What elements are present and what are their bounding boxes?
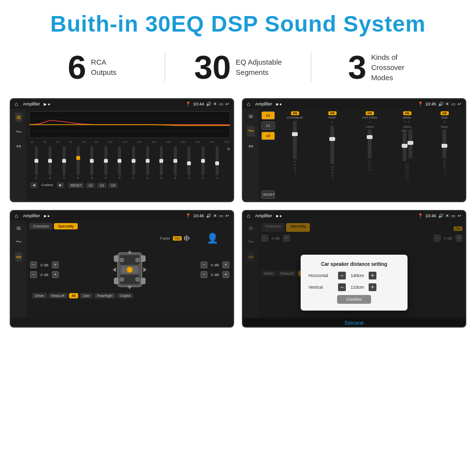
close-icon-1[interactable]: ✕ (213, 102, 217, 106)
zone-user[interactable]: User (80, 293, 93, 298)
db-minus-br[interactable]: − (201, 271, 207, 278)
amp-reset-btn[interactable]: RESET (261, 191, 275, 199)
db-minus-tr[interactable]: − (201, 261, 207, 268)
stat-number-30: 30 (194, 51, 231, 84)
car-diagram (63, 248, 197, 292)
cutfreq-slider[interactable] (368, 129, 372, 158)
fader-sidebar-arrows-icon[interactable]: ⇔ (15, 252, 22, 261)
eq-slider-3[interactable]: 5 (72, 146, 85, 179)
bass-freq-slider[interactable] (403, 132, 407, 161)
sidebar-eq-icon[interactable]: ≋ (15, 113, 22, 122)
amp-sidebar-eq-icon[interactable]: ≋ (248, 113, 254, 120)
back-icon-2[interactable]: ↩ (458, 102, 461, 106)
eq-slider-10[interactable]: 0 (169, 146, 182, 179)
zone-driver[interactable]: Driver (32, 293, 47, 298)
eq-next-btn[interactable]: ▶ (57, 182, 64, 188)
eq-slider-12[interactable]: 0 (197, 146, 209, 179)
eq-slider-9[interactable]: 0 (155, 146, 168, 179)
phat-slider[interactable] (330, 125, 334, 164)
sidebar-wave-icon[interactable]: 〜 (16, 128, 22, 137)
zone-rearright[interactable]: RearRight (94, 293, 116, 298)
tab-specialty-3[interactable]: Specialty (54, 223, 77, 229)
person-icon-3: 👤 (206, 232, 219, 244)
home-icon-4[interactable]: ⌂ (247, 212, 250, 219)
sidebar-arrows-icon[interactable]: ⇔ (16, 142, 21, 150)
amp-sidebar-wave-icon[interactable]: 〜 (247, 126, 255, 137)
db-plus-tl[interactable]: + (52, 261, 59, 268)
stat-crossover: 3 Kinds of Crossover Modes (321, 51, 447, 84)
zone-all[interactable]: All (69, 293, 79, 298)
amp-loudness: ON LOUDNESS 64 48 32 16 0 (277, 111, 313, 199)
eq-slider-6[interactable]: 0 (114, 146, 126, 179)
back-icon-3[interactable]: ↩ (225, 213, 229, 218)
loudness-slider[interactable] (293, 121, 297, 159)
db-plus-br[interactable]: + (222, 271, 229, 278)
dialog-horiz-plus[interactable]: + (369, 272, 376, 279)
zone-rearleft[interactable]: RearLeft (49, 293, 68, 298)
dialog-vert-minus[interactable]: − (338, 283, 346, 291)
dialog-confirm-button[interactable]: Confirm (337, 295, 371, 304)
eq-u1-btn[interactable]: U1 (86, 183, 95, 188)
db-control-tl: − 0 dB + (30, 261, 59, 268)
db-minus-tl[interactable]: − (30, 261, 37, 268)
preset-u3[interactable]: U3 (261, 132, 275, 140)
tab-common-3[interactable]: Common (29, 223, 52, 229)
sub-slider[interactable] (442, 129, 446, 158)
fader-sidebar-wave-icon[interactable]: 〜 (16, 238, 22, 246)
min-icon-1[interactable]: ▭ (219, 102, 223, 106)
vol-icon-1[interactable]: 🔊 (206, 102, 211, 106)
eq-slider-2[interactable]: 0 (58, 146, 70, 179)
vol-icon-3[interactable]: 🔊 (206, 213, 211, 218)
back-icon-1[interactable]: ↩ (225, 102, 229, 106)
stats-row: 6 RCA Outputs 30 EQ Adjustable Segments … (0, 46, 476, 98)
eq-slider-0[interactable]: 0 (30, 146, 43, 179)
close-icon-3[interactable]: ✕ (213, 213, 217, 218)
eq-slider-8[interactable]: 0 (141, 146, 154, 179)
eq-slider-7[interactable]: 0 (127, 146, 140, 179)
bass-toggle[interactable]: ON (403, 111, 411, 115)
loudness-toggle[interactable]: ON (291, 111, 299, 115)
amp-sidebar-arrows-icon[interactable]: ⇔ (248, 142, 254, 150)
dialog-vert-plus[interactable]: + (369, 283, 376, 291)
screen-dialog: ⌂ Amplifier ■ ● 📍 10:46 🔊 ✕ ▭ ↩ ≋ 〜 ⇔ (242, 210, 466, 328)
home-icon-1[interactable]: ⌂ (15, 101, 18, 107)
vol-icon-4[interactable]: 🔊 (438, 213, 443, 218)
bass-gain-slider[interactable] (408, 129, 412, 158)
fader-toggle-btn[interactable]: ON (173, 236, 182, 241)
min-icon-4[interactable]: ▭ (451, 213, 456, 218)
dialog-vert-value: 110cm (349, 285, 366, 290)
time-4: 10:46 (425, 213, 436, 218)
fader-sidebar-eq-icon[interactable]: ≋ (16, 225, 21, 232)
sub-toggle[interactable]: ON (441, 111, 449, 115)
fader-row: Fader ON 👤 (29, 232, 219, 244)
preset-u1[interactable]: U1 (261, 111, 275, 120)
db-plus-tr[interactable]: + (222, 261, 229, 268)
eq-slider-5[interactable]: 0 (100, 146, 112, 179)
eq-expand-btn[interactable]: » (225, 145, 230, 152)
min-icon-3[interactable]: ▭ (219, 213, 223, 218)
db-plus-bl[interactable]: + (52, 271, 59, 278)
eq-slider-1[interactable]: 0 (44, 146, 57, 179)
home-icon-2[interactable]: ⌂ (247, 101, 250, 107)
zone-copilot[interactable]: Copilot (117, 293, 134, 298)
close-icon-4[interactable]: ✕ (445, 213, 449, 218)
db-minus-bl[interactable]: − (30, 271, 37, 278)
amp-channels: ON LOUDNESS 64 48 32 16 0 (277, 111, 462, 199)
eq-slider-11[interactable]: -1 (183, 146, 196, 179)
preset-u2[interactable]: U2 (261, 122, 275, 130)
cutfreq-toggle[interactable]: ON (366, 111, 374, 115)
dialog-horiz-minus[interactable]: − (338, 272, 346, 279)
vol-icon-2[interactable]: 🔊 (438, 102, 443, 106)
eq-prev-btn[interactable]: ◀ (30, 182, 37, 188)
eq-reset-btn[interactable]: RESET (68, 183, 84, 188)
back-icon-4[interactable]: ↩ (458, 213, 461, 218)
eq-slider-13[interactable]: -1 (211, 146, 223, 179)
eq-u3-btn[interactable]: U3 (108, 183, 118, 188)
home-icon-3[interactable]: ⌂ (15, 212, 18, 219)
header: Buith-in 30EQ DSP Sound System (0, 0, 476, 46)
eq-slider-4[interactable]: 0 (85, 146, 98, 179)
phat-toggle[interactable]: ON (328, 111, 337, 115)
min-icon-2[interactable]: ▭ (451, 102, 456, 106)
close-icon-2[interactable]: ✕ (445, 102, 449, 106)
eq-u2-btn[interactable]: U2 (97, 183, 106, 188)
